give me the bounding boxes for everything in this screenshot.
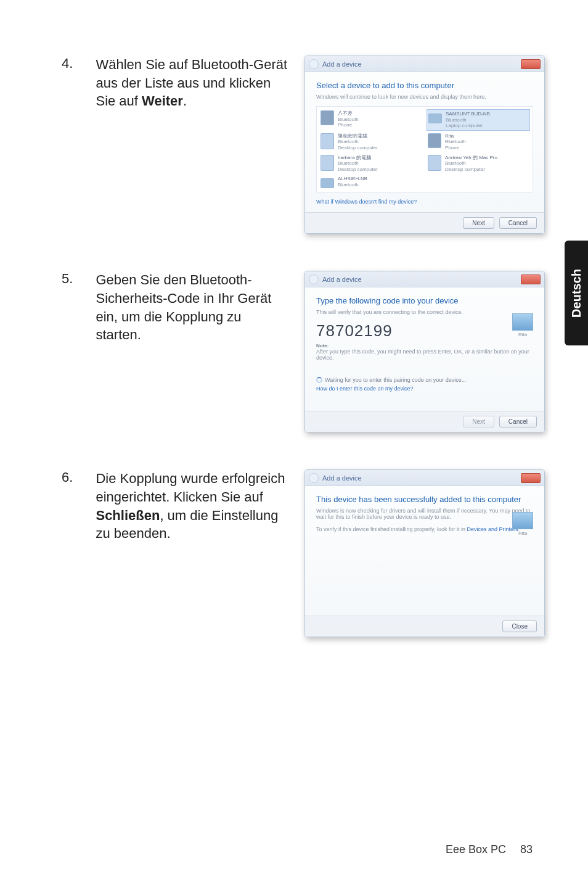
step-number: 4.	[62, 56, 81, 72]
device-item-selected[interactable]: SAMSUNT BUD-NBBluetoothLaptop computer	[427, 109, 530, 131]
step-number: 6.	[62, 469, 81, 485]
step-number: 5.	[62, 271, 81, 287]
device-item[interactable]: ALHSIEH-NBBluetooth	[319, 175, 423, 189]
dialog-pairing-code: Add a device Type the following code int…	[304, 271, 545, 432]
step-6-row: 6. Die Kopplung wurde erfolgreich einger…	[62, 469, 545, 637]
footer-product: Eee Box PC	[446, 843, 506, 856]
device-item[interactable]: 八不差BluetoothPhone	[319, 109, 423, 131]
step-4-row: 4. Wählen Sie auf Bluetooth-Gerät aus de…	[62, 56, 545, 234]
cancel-button[interactable]: Cancel	[499, 416, 537, 427]
help-link[interactable]: How do I enter this code on my device?	[316, 386, 533, 392]
breadcrumb: Add a device	[322, 60, 362, 68]
waiting-text: Waiting for you to enter this pairing co…	[325, 377, 466, 383]
step-5-row: 5. Geben Sie den Bluetooth-Sicherheits-C…	[62, 271, 545, 432]
step-text: Wählen Sie auf Bluetooth-Gerät aus der L…	[96, 56, 290, 110]
target-device: Rita	[512, 512, 533, 536]
step-text: Geben Sie den Bluetooth-Sicherheits-Code…	[96, 271, 290, 344]
nav-back-icon[interactable]	[309, 473, 319, 483]
dialog-heading: This device has been successfully added …	[316, 495, 533, 504]
dialog-subtitle: This will verify that you are connecting…	[316, 309, 533, 315]
page: Deutsch 4. Wählen Sie auf Bluetooth-Gerä…	[0, 0, 588, 887]
close-icon[interactable]	[521, 59, 541, 69]
dialog-titlebar: Add a device	[305, 470, 544, 486]
dialog-heading: Type the following code into your device	[316, 296, 533, 305]
footer-page-number: 83	[520, 843, 533, 856]
devices-printers-link[interactable]: Devices and Printers	[467, 526, 518, 532]
breadcrumb: Add a device	[322, 276, 362, 283]
next-button[interactable]: Next	[463, 217, 494, 229]
spinner-icon	[316, 377, 322, 383]
dialog-select-device: Add a device Select a device to add to t…	[304, 56, 545, 234]
note-label: Note:	[316, 343, 533, 349]
breadcrumb: Add a device	[322, 474, 362, 482]
close-button[interactable]: Close	[502, 621, 537, 632]
device-item[interactable]: Andrew Yeh 的 Mac ProBluetoothDesktop com…	[427, 154, 530, 174]
next-button: Next	[463, 416, 494, 427]
dialog-body-text-2: To verify if this device finished instal…	[316, 526, 533, 532]
step-text: Die Kopplung wurde erfolgreich eingerich…	[96, 469, 290, 543]
device-icon	[512, 313, 533, 331]
dialog-subtitle: Windows will continue to look for new de…	[316, 94, 533, 100]
cancel-button[interactable]: Cancel	[499, 217, 537, 229]
device-icon	[512, 512, 533, 529]
device-list: 八不差BluetoothPhone SAMSUNT BUD-NBBluetoot…	[316, 106, 533, 192]
close-icon[interactable]	[521, 274, 541, 284]
pairing-code: 78702199	[316, 321, 533, 340]
help-link[interactable]: What if Windows doesn't find my device?	[316, 199, 533, 205]
dialog-body-text: Windows is now checking for drivers and …	[316, 508, 533, 520]
target-device: Rita	[512, 313, 533, 337]
device-item[interactable]: RitaBluetoothPhone	[427, 132, 530, 152]
nav-back-icon[interactable]	[309, 274, 319, 284]
dialog-titlebar: Add a device	[305, 56, 544, 72]
device-item[interactable]: barbara 的電腦BluetoothDesktop computer	[319, 154, 423, 174]
language-tab: Deutsch	[565, 241, 588, 345]
nav-back-icon[interactable]	[309, 59, 319, 69]
dialog-heading: Select a device to add to this computer	[316, 81, 533, 90]
close-icon[interactable]	[521, 473, 541, 483]
page-footer: Eee Box PC 83	[446, 843, 533, 856]
device-item[interactable]: 陳柏宏的電腦BluetoothDesktop computer	[319, 132, 423, 152]
note-text: After you type this code, you might need…	[316, 349, 533, 361]
language-tab-label: Deutsch	[570, 269, 584, 318]
dialog-titlebar: Add a device	[305, 271, 544, 287]
dialog-success: Add a device This device has been succes…	[304, 469, 545, 637]
